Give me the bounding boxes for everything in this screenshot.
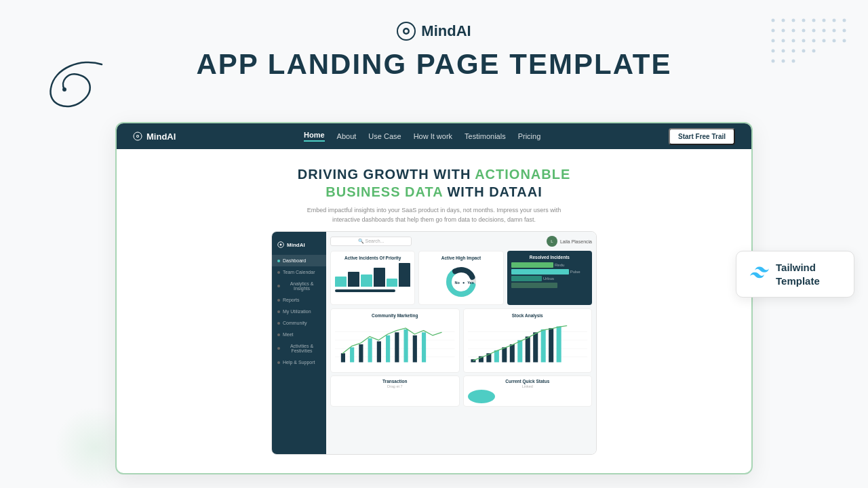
site-nav-brand-name: MindAI xyxy=(146,131,176,142)
svg-rect-53 xyxy=(368,338,372,362)
sidebar-item-dashboard[interactable]: Dashboard xyxy=(272,255,326,266)
svg-rect-59 xyxy=(422,332,426,362)
svg-rect-57 xyxy=(403,329,408,363)
svg-rect-69 xyxy=(509,344,514,362)
card-title-community: Community Marketing xyxy=(335,313,455,318)
svg-rect-54 xyxy=(377,342,381,363)
site-nav-brand: MindAI xyxy=(133,131,176,142)
tailwind-label: Tailwind Template xyxy=(776,261,840,287)
nav-link-about[interactable]: About xyxy=(337,132,357,140)
site-hero: DRIVING GROWTH WITH ACTIONABLEBUSINESS D… xyxy=(117,149,751,466)
card-active-incidents: Active Incidents Of Priority xyxy=(330,251,415,305)
brand-logo: MindAI xyxy=(0,22,868,41)
svg-rect-52 xyxy=(359,344,363,362)
svg-rect-56 xyxy=(395,332,399,362)
site-nav-links: Home About Use Case How It work Testimon… xyxy=(304,131,540,142)
card-title-incidents: Active Incidents Of Priority xyxy=(335,256,410,260)
bottom-row-labels: Transaction Drag et 7 Current Quick Stat… xyxy=(330,375,592,407)
tailwind-icon xyxy=(750,266,769,283)
dash-brand: MindAI xyxy=(287,242,305,248)
mindai-logo-icon xyxy=(397,22,416,41)
card-title-stock: Stock Analysis xyxy=(468,313,588,318)
stock-chart-svg xyxy=(468,321,588,368)
nav-link-testimonials[interactable]: Testimonials xyxy=(465,132,506,140)
svg-rect-51 xyxy=(350,347,354,362)
svg-rect-75 xyxy=(556,327,561,363)
sidebar-item-help[interactable]: Help & Support xyxy=(272,357,326,368)
community-chart-svg xyxy=(335,321,455,368)
donut-chart: ●No ●Yes xyxy=(423,263,498,300)
brand-name: MindAI xyxy=(421,22,471,40)
browser-mockup: MindAI Home About Use Case How It work T… xyxy=(115,122,753,474)
tailwind-logo-svg xyxy=(750,266,769,279)
dash-avatar: L xyxy=(547,236,557,247)
card-resolved: Resolved Incidents Redu Pulse xyxy=(507,251,592,305)
sidebar-item-reports[interactable]: Reports xyxy=(272,294,326,306)
card-title-highimpact: Active High Impact xyxy=(423,256,498,260)
dashboard-mockup: MindAI Dashboard Team Calendar Analytics… xyxy=(271,231,597,455)
start-free-trail-button[interactable]: Start Free Trail xyxy=(669,128,735,145)
svg-rect-68 xyxy=(502,347,507,362)
dash-topbar: 🔍 Search... L Laila Plasencia xyxy=(330,236,592,247)
svg-point-36 xyxy=(405,30,408,33)
svg-rect-74 xyxy=(549,328,553,362)
nav-link-pricing[interactable]: Pricing xyxy=(518,132,541,140)
sidebar-item-utilization[interactable]: My Utilization xyxy=(272,306,326,317)
nav-link-home[interactable]: Home xyxy=(304,131,325,142)
dash-sidebar-logo: MindAI xyxy=(272,239,326,255)
svg-point-41 xyxy=(280,244,282,246)
page-title: APP LANDING PAGE TEMPLATE xyxy=(0,49,868,80)
page-header: MindAI APP LANDING PAGE TEMPLATE xyxy=(0,0,868,80)
svg-rect-70 xyxy=(517,340,522,363)
sidebar-item-activities[interactable]: Activities & Festivities xyxy=(272,340,326,357)
dash-top-cards: Active Incidents Of Priority xyxy=(330,251,592,305)
community-chart xyxy=(335,321,455,368)
dashboard-sidebar: MindAI Dashboard Team Calendar Analytics… xyxy=(272,232,326,454)
site-navbar: MindAI Home About Use Case How It work T… xyxy=(117,123,751,149)
hero-title: DRIVING GROWTH WITH ACTIONABLEBUSINESS D… xyxy=(157,165,711,201)
svg-rect-72 xyxy=(533,332,538,362)
stock-chart xyxy=(468,321,588,368)
incidents-bar-chart xyxy=(335,263,410,287)
svg-point-39 xyxy=(137,136,138,137)
card-community-marketing: Community Marketing xyxy=(330,308,460,373)
dash-bottom-cards: Community Marketing xyxy=(330,308,592,373)
site-nav-logo-icon xyxy=(133,131,142,141)
hero-subtitle: Embed impactful insights into your SaaS … xyxy=(298,206,570,224)
svg-rect-73 xyxy=(540,329,545,363)
sidebar-item-analytics[interactable]: Analytics & Insights xyxy=(272,278,326,294)
svg-rect-55 xyxy=(386,336,390,363)
dash-username: Laila Plasencia xyxy=(560,239,592,244)
hero-title-part1: DRIVING GROWTH WITH xyxy=(298,167,475,182)
svg-rect-58 xyxy=(413,336,417,363)
dash-logo-icon xyxy=(277,241,284,248)
tailwind-template-badge: Tailwind Template xyxy=(736,251,854,298)
svg-rect-71 xyxy=(525,337,530,363)
svg-point-32 xyxy=(62,87,66,92)
dash-search[interactable]: 🔍 Search... xyxy=(330,237,412,246)
card-high-impact: Active High Impact ●No xyxy=(418,251,503,305)
card-stock-analysis: Stock Analysis xyxy=(463,308,593,373)
sidebar-item-meet[interactable]: Meet xyxy=(272,329,326,340)
hero-title-part2: WITH DATAAI xyxy=(443,184,542,199)
card-title-resolved: Resolved Incidents xyxy=(511,255,588,260)
dashboard-main: 🔍 Search... L Laila Plasencia Active Inc… xyxy=(326,232,596,454)
sidebar-item-community[interactable]: Community xyxy=(272,317,326,329)
sidebar-item-team-calendar[interactable]: Team Calendar xyxy=(272,266,326,278)
svg-rect-50 xyxy=(341,353,345,362)
nav-link-usecase[interactable]: Use Case xyxy=(368,132,401,140)
nav-link-howitwork[interactable]: How It work xyxy=(414,132,452,140)
dash-user: L Laila Plasencia xyxy=(547,236,592,247)
